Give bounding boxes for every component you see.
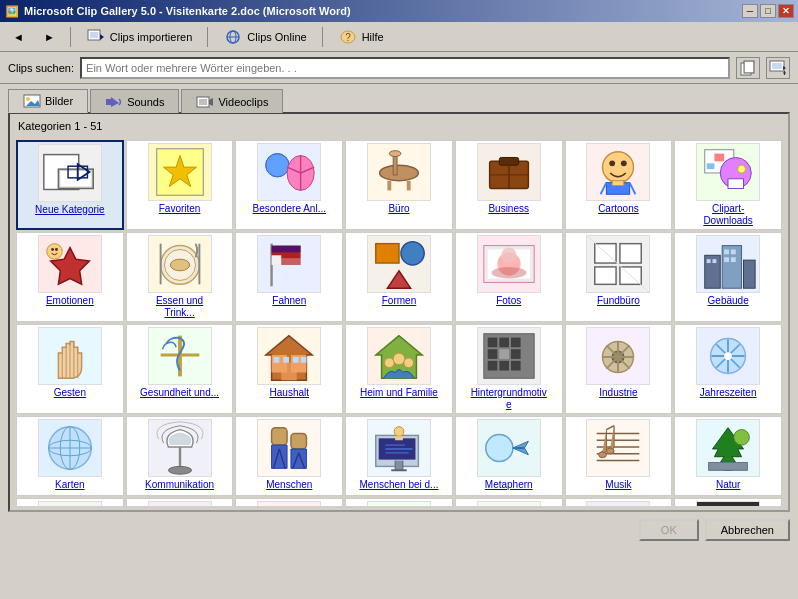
grid-item-img-besondere-anl	[257, 143, 321, 201]
svg-point-134	[724, 352, 732, 360]
svg-point-46	[603, 152, 634, 183]
tab-videoclips[interactable]: Videoclips	[181, 89, 283, 113]
grid-item-menschen[interactable]: Menschen	[235, 416, 343, 496]
grid-item-essen-und-trink[interactable]: Essen und Trink...	[126, 232, 234, 322]
grid-item-partial7[interactable]: ◼	[674, 498, 782, 506]
clips-import-button[interactable]: Clips importieren	[77, 23, 202, 51]
grid-item-fotos[interactable]: Fotos	[455, 232, 563, 322]
grid-item-img-partial7: ◼	[696, 501, 760, 506]
grid-item-partial4[interactable]: 🍀	[345, 498, 453, 506]
svg-marker-74	[387, 271, 410, 288]
help-label: Hilfe	[362, 31, 384, 43]
grid-item-industrie[interactable]: Industrie	[565, 324, 673, 414]
clips-online-button[interactable]: Clips Online	[214, 23, 315, 51]
grid-item-partial1[interactable]: 🌿	[16, 498, 124, 506]
grid-item-metaphern[interactable]: Metaphern	[455, 416, 563, 496]
category-grid: Neue Kategorie Favoriten Besondere Anl..…	[14, 138, 784, 506]
grid-item-partial2[interactable]: 🧯	[126, 498, 234, 506]
grid-item-img-gebaeude	[696, 235, 760, 293]
svg-point-112	[404, 358, 414, 368]
copy-button[interactable]	[736, 57, 760, 79]
grid-item-emotionen[interactable]: Emotionen	[16, 232, 124, 322]
grid-item-partial6[interactable]: ⬡	[565, 498, 673, 506]
grid-item-jahreszeiten[interactable]: Jahreszeiten	[674, 324, 782, 414]
svg-marker-20	[111, 97, 119, 107]
grid-item-business[interactable]: Business	[455, 140, 563, 230]
back-button[interactable]: ◄	[4, 27, 33, 47]
grid-item-formen[interactable]: Formen	[345, 232, 453, 322]
grid-item-label-business: Business	[488, 203, 529, 215]
help-button[interactable]: ? Hilfe	[329, 23, 393, 51]
grid-item-fundbuero[interactable]: Fundbüro	[565, 232, 673, 322]
grid-item-kommunikation[interactable]: Kommunikation	[126, 416, 234, 496]
svg-rect-81	[620, 244, 641, 263]
grid-item-label-heim-und-familie: Heim und Familie	[360, 387, 438, 399]
ok-button[interactable]: OK	[639, 519, 699, 541]
svg-rect-88	[707, 259, 711, 263]
grid-item-partial5[interactable]: 🪞	[455, 498, 563, 506]
grid-item-besondere-anl[interactable]: Besondere Anl...	[235, 140, 343, 230]
svg-point-61	[55, 248, 58, 251]
grid-item-neue-kategorie[interactable]: Neue Kategorie	[16, 140, 124, 230]
forward-button[interactable]: ►	[35, 27, 64, 47]
menu-separator-2	[207, 27, 208, 47]
grid-item-natur[interactable]: Natur	[674, 416, 782, 496]
import-button[interactable]	[766, 57, 790, 79]
grid-item-label-karten: Karten	[55, 479, 84, 491]
grid-item-img-partial5: 🪞	[477, 501, 541, 506]
grid-item-img-partial3: 🌸	[257, 501, 321, 506]
maximize-button[interactable]: □	[760, 4, 776, 18]
svg-point-78	[491, 267, 526, 279]
close-button[interactable]: ✕	[778, 4, 794, 18]
grid-item-karten[interactable]: Karten	[16, 416, 124, 496]
grid-item-favoriten[interactable]: Favoriten	[126, 140, 234, 230]
grid-item-clipart-downloads[interactable]: Clipart-Downloads	[674, 140, 782, 230]
grid-item-haushalt[interactable]: Haushalt	[235, 324, 343, 414]
svg-rect-105	[274, 357, 280, 363]
grid-item-buero[interactable]: Büro	[345, 140, 453, 230]
svg-rect-122	[511, 361, 521, 371]
tab-bilder[interactable]: Bilder	[8, 89, 88, 113]
search-input[interactable]	[80, 57, 730, 79]
svg-rect-118	[499, 349, 509, 359]
grid-item-img-industrie	[586, 327, 650, 385]
grid-item-heim-und-familie[interactable]: Heim und Familie	[345, 324, 453, 414]
svg-line-165	[607, 426, 615, 430]
tab-bar: Bilder Sounds Videoclips	[0, 84, 798, 112]
cancel-button[interactable]: Abbrechen	[705, 519, 790, 541]
svg-point-110	[384, 358, 394, 368]
grid-item-label-menschen: Menschen	[266, 479, 312, 491]
grid-item-menschen-bei-d[interactable]: Menschen bei d...	[345, 416, 453, 496]
grid-item-cartoons[interactable]: Cartoons	[565, 140, 673, 230]
grid-item-label-emotionen: Emotionen	[46, 295, 94, 307]
back-icon: ◄	[13, 31, 24, 43]
svg-rect-43	[499, 157, 518, 165]
clips-import-icon	[86, 27, 106, 47]
svg-text:?: ?	[345, 32, 351, 43]
grid-item-hintergrundmotive[interactable]: Hintergrundmotive	[455, 324, 563, 414]
category-label: Kategorien 1 - 51	[14, 118, 784, 134]
grid-item-img-favoriten	[148, 143, 212, 201]
svg-rect-71	[272, 258, 301, 265]
svg-rect-92	[724, 257, 729, 262]
grid-item-img-cartoons	[586, 143, 650, 201]
grid-item-musik[interactable]: Musik	[565, 416, 673, 496]
grid-scroll[interactable]: Neue Kategorie Favoriten Besondere Anl..…	[14, 138, 784, 506]
grid-item-partial3[interactable]: 🌸	[235, 498, 343, 506]
tab-sounds[interactable]: Sounds	[90, 89, 179, 113]
grid-item-gebaeude[interactable]: Gebäude	[674, 232, 782, 322]
grid-item-img-fahnen	[257, 235, 321, 293]
grid-item-img-partial2: 🧯	[148, 501, 212, 506]
clips-import-label: Clips importieren	[110, 31, 193, 43]
svg-rect-119	[511, 349, 521, 359]
grid-item-label-essen-und-trink: Essen und Trink...	[140, 295, 220, 319]
svg-rect-89	[713, 259, 717, 263]
svg-rect-58	[728, 179, 744, 189]
grid-item-gesundheit-und[interactable]: Gesundheit und...	[126, 324, 234, 414]
svg-rect-12	[772, 63, 782, 69]
grid-item-gesten[interactable]: Gesten	[16, 324, 124, 414]
minimize-button[interactable]: ─	[742, 4, 758, 18]
grid-item-img-haushalt	[257, 327, 321, 385]
tab-videoclips-label: Videoclips	[218, 96, 268, 108]
grid-item-fahnen[interactable]: Fahnen	[235, 232, 343, 322]
